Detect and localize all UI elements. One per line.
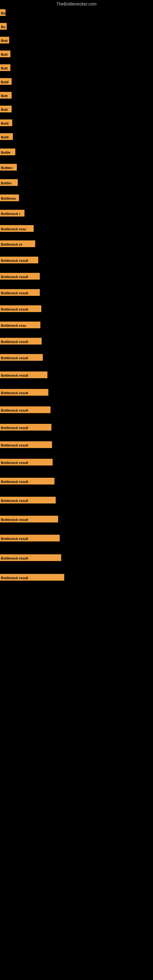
bar-label-3: Bott xyxy=(0,37,9,43)
bar-label-30: Bottleneck result xyxy=(0,459,53,466)
bar-item-18: Bottleneck result xyxy=(0,257,38,263)
bar-label-34: Bottleneck result xyxy=(0,535,60,541)
bar-label-9: Bottl xyxy=(0,119,12,126)
bar-label-33: Bottleneck result xyxy=(0,516,58,522)
bar-label-16: Bottleneck resu xyxy=(0,225,33,232)
bar-label-19: Bottleneck result xyxy=(0,273,40,280)
bar-item-12: Bottlen xyxy=(0,164,17,170)
bar-item-22: Bottleneck resu xyxy=(0,321,40,328)
bar-item-26: Bottleneck result xyxy=(0,389,48,396)
bar-item-33: Bottleneck result xyxy=(0,516,58,522)
bar-item-25: Bottleneck result xyxy=(0,371,48,378)
bar-item-7: Bott xyxy=(0,92,12,99)
bar-label-5: Bott xyxy=(0,64,10,71)
bar-label-8: Bott xyxy=(0,106,12,112)
bar-label-10: Bottl xyxy=(0,133,13,140)
bar-item-17: Bottleneck re xyxy=(0,240,35,247)
bar-item-16: Bottleneck resu xyxy=(0,225,33,232)
bar-item-31: Bottleneck result xyxy=(0,478,54,485)
bar-item-34: Bottleneck result xyxy=(0,535,60,541)
bar-label-26: Bottleneck result xyxy=(0,389,48,396)
bar-item-21: Bottleneck result xyxy=(0,305,41,312)
bar-label-15: Bottleneck r xyxy=(0,210,24,216)
bar-item-3: Bott xyxy=(0,37,9,43)
bar-label-35: Bottleneck result xyxy=(0,554,61,561)
bar-label-7: Bott xyxy=(0,92,12,99)
bar-label-11: Bottle xyxy=(0,148,15,155)
bar-label-12: Bottlen xyxy=(0,164,17,170)
bar-label-28: Bottleneck result xyxy=(0,424,51,431)
bar-item-10: Bottl xyxy=(0,133,13,140)
bar-label-2: Bo xyxy=(0,23,7,30)
bar-item-14: Bottlenec xyxy=(0,194,19,201)
bar-label-1: Bo xyxy=(0,9,5,16)
bar-label-21: Bottleneck result xyxy=(0,305,41,312)
bar-label-13: Bottler xyxy=(0,179,18,186)
bar-item-6: Bottl xyxy=(0,78,12,85)
bar-item-27: Bottleneck result xyxy=(0,406,51,413)
bar-label-27: Bottleneck result xyxy=(0,406,51,413)
bar-item-36: Bottleneck result xyxy=(0,574,64,581)
bar-label-17: Bottleneck re xyxy=(0,240,35,247)
bar-item-11: Bottle xyxy=(0,148,15,155)
bar-label-6: Bottl xyxy=(0,78,12,85)
site-title: TheBottlenecker.com xyxy=(56,2,97,6)
bar-label-29: Bottleneck result xyxy=(0,441,52,448)
bar-item-15: Bottleneck r xyxy=(0,210,24,216)
bar-item-30: Bottleneck result xyxy=(0,459,53,466)
bar-label-23: Bottleneck result xyxy=(0,338,41,345)
bar-label-18: Bottleneck result xyxy=(0,257,38,263)
bar-item-4: Bott xyxy=(0,51,10,57)
bar-label-32: Bottleneck result xyxy=(0,497,56,503)
bar-item-2: Bo xyxy=(0,23,7,30)
bar-label-25: Bottleneck result xyxy=(0,371,48,378)
bar-label-31: Bottleneck result xyxy=(0,478,54,485)
bar-label-14: Bottlenec xyxy=(0,194,19,201)
bar-item-8: Bott xyxy=(0,106,12,112)
bar-item-1: Bo xyxy=(0,9,5,16)
bar-label-22: Bottleneck resu xyxy=(0,321,40,328)
bar-item-5: Bott xyxy=(0,64,10,71)
bar-item-19: Bottleneck result xyxy=(0,273,40,280)
bar-label-36: Bottleneck result xyxy=(0,574,64,581)
bar-label-20: Bottleneck result xyxy=(0,289,40,296)
bar-item-24: Bottleneck result xyxy=(0,354,43,361)
bar-item-28: Bottleneck result xyxy=(0,424,51,431)
bar-item-9: Bottl xyxy=(0,119,12,126)
bar-item-23: Bottleneck result xyxy=(0,338,41,345)
bar-item-32: Bottleneck result xyxy=(0,497,56,503)
bar-label-24: Bottleneck result xyxy=(0,354,43,361)
bar-item-35: Bottleneck result xyxy=(0,554,61,561)
bar-item-13: Bottler xyxy=(0,179,18,186)
bar-item-20: Bottleneck result xyxy=(0,289,40,296)
bar-label-4: Bott xyxy=(0,51,10,57)
bar-item-29: Bottleneck result xyxy=(0,441,52,448)
